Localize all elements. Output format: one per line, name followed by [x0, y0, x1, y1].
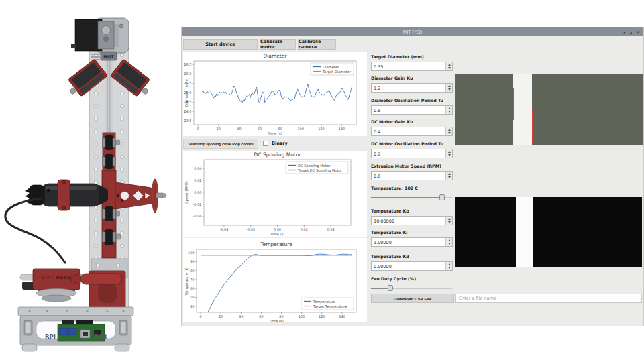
svg-text:-0.04: -0.04 [219, 227, 228, 231]
svg-text:40: 40 [237, 127, 241, 131]
svg-text:20: 20 [217, 127, 221, 131]
temperature-kp-spinbox[interactable] [371, 216, 453, 225]
camera-view-binary [455, 197, 642, 267]
spinner-arrows[interactable] [445, 149, 452, 158]
binary-pane-left [455, 197, 516, 267]
svg-text:50: 50 [190, 295, 194, 299]
svg-text:-0.04: -0.04 [193, 214, 202, 218]
edge-marker-left [513, 88, 514, 120]
spin-down-icon [448, 176, 451, 178]
temperature-kd-spinbox[interactable] [371, 261, 453, 271]
download-csv-button[interactable]: Download CSV File [371, 294, 454, 303]
tab-start-device[interactable]: Start device [183, 39, 258, 50]
spin-up-icon [448, 64, 451, 66]
svg-text:0: 0 [199, 314, 201, 318]
machine-illustration: HOT [0, 0, 181, 362]
svg-text:DC Spooling Motor: DC Spooling Motor [254, 152, 302, 158]
power-cable [5, 198, 65, 263]
machine-photo: HOT [0, 0, 181, 362]
spin-up-icon [448, 263, 451, 265]
svg-text:80: 80 [190, 269, 194, 273]
svg-text:140: 140 [339, 314, 345, 318]
svg-text:-0.02: -0.02 [193, 202, 202, 206]
temperature-kp-label: Temperature Kp [371, 208, 454, 213]
diameter-chart: 02040608010012014023.524.024.525.025.526… [183, 52, 367, 136]
filament-rod [107, 53, 110, 137]
svg-text:0.02: 0.02 [194, 178, 201, 182]
svg-text:Target Diameter: Target Diameter [322, 70, 352, 74]
tab-calibrate-motor[interactable]: Calibrate motor [260, 39, 296, 50]
minimize-icon[interactable]: ▾ [623, 27, 625, 36]
binary-pane-right [533, 197, 642, 267]
tab-calibrate-camera[interactable]: Calibrate camera [298, 39, 336, 50]
temperature-chart: 020406080100120140405060708090100Tempera… [183, 238, 367, 322]
extrusion-speed-spinbox[interactable] [371, 171, 453, 180]
dc-motor-gain-label: DC Motor Gain Ku [371, 119, 454, 124]
svg-text:100: 100 [299, 314, 305, 318]
slider-handle[interactable] [388, 285, 393, 291]
svg-text:70: 70 [190, 278, 194, 282]
binary-checkbox[interactable] [263, 141, 268, 146]
svg-text:Diameter (mm): Diameter (mm) [184, 79, 189, 107]
spin-down-icon [448, 154, 451, 156]
spinner-arrows[interactable] [445, 106, 452, 114]
spinner-arrows[interactable] [445, 262, 452, 270]
svg-text:Speed (RPM): Speed (RPM) [184, 181, 189, 204]
svg-text:90: 90 [190, 259, 194, 263]
svg-text:120: 120 [319, 314, 325, 318]
spinner-arrows[interactable] [445, 62, 452, 70]
svg-text:0: 0 [197, 127, 199, 131]
edge-marker-right [532, 109, 533, 143]
svg-text:Time (s): Time (s) [268, 319, 284, 322]
svg-text:Target DC Spooling Motor: Target DC Spooling Motor [297, 168, 343, 173]
svg-text:Time (s): Time (s) [267, 131, 282, 135]
spin-up-icon [448, 173, 451, 175]
hot-label: HOT [103, 54, 114, 60]
handwheel [152, 179, 167, 213]
spinner-arrows[interactable] [445, 172, 452, 180]
svg-text:100: 100 [188, 251, 195, 255]
spinner-arrows[interactable] [445, 238, 452, 246]
spin-up-icon [448, 85, 451, 87]
close-icon[interactable]: ✕ [637, 27, 640, 36]
svg-text:140: 140 [339, 127, 345, 131]
dc-spooling-motor-chart: -0.04-0.020.000.020.04-0.04-0.020.000.02… [183, 151, 367, 237]
spinner-arrows[interactable] [445, 84, 452, 92]
fan-duty-slider[interactable] [371, 285, 453, 291]
spinner-arrows[interactable] [445, 217, 452, 225]
camera-pane-left [455, 74, 513, 145]
lift-here-label: LIFT HERE [42, 275, 71, 280]
svg-text:0.02: 0.02 [301, 227, 308, 231]
svg-text:Diameter: Diameter [323, 65, 339, 69]
target-diameter-spinbox[interactable] [371, 62, 453, 71]
diameter-gain-spinbox[interactable] [371, 83, 453, 93]
temperature-ki-spinbox[interactable] [371, 237, 453, 247]
svg-text:0.04: 0.04 [194, 166, 201, 170]
spinner-arrows[interactable] [445, 127, 452, 135]
rpi-label: RPI [45, 333, 56, 340]
spin-down-icon [448, 88, 451, 90]
svg-text:Temperature: Temperature [260, 241, 292, 247]
svg-text:0.00: 0.00 [274, 227, 281, 231]
svg-text:Diameter: Diameter [263, 53, 287, 59]
dc-motor-period-spinbox[interactable] [371, 149, 453, 158]
maximize-icon[interactable]: ▴ [630, 27, 632, 36]
svg-text:26.5: 26.5 [184, 62, 191, 66]
dc-motor-gain-spinbox[interactable] [371, 127, 453, 136]
slider-handle[interactable] [439, 194, 445, 200]
svg-text:20: 20 [219, 314, 223, 318]
svg-text:24.0: 24.0 [184, 109, 191, 113]
svg-text:120: 120 [318, 127, 325, 131]
spool-loop-control-button[interactable]: Start/stop spooling close loop control [183, 139, 258, 149]
spin-down-icon [448, 132, 451, 134]
fan-duty-label: Fan Duty Cycle (%) [371, 276, 454, 281]
svg-text:40: 40 [190, 304, 194, 308]
diameter-period-spinbox[interactable] [371, 105, 453, 115]
file-name-input[interactable] [455, 294, 642, 303]
control-panel: Target Diameter (mm) Diameter Gain Ku Di… [370, 27, 454, 327]
svg-text:23.5: 23.5 [184, 119, 191, 123]
temperature-slider[interactable] [371, 194, 453, 200]
spin-up-icon [448, 107, 451, 109]
svg-text:DC Spooling Motor: DC Spooling Motor [298, 164, 331, 168]
spin-up-icon [448, 239, 451, 241]
